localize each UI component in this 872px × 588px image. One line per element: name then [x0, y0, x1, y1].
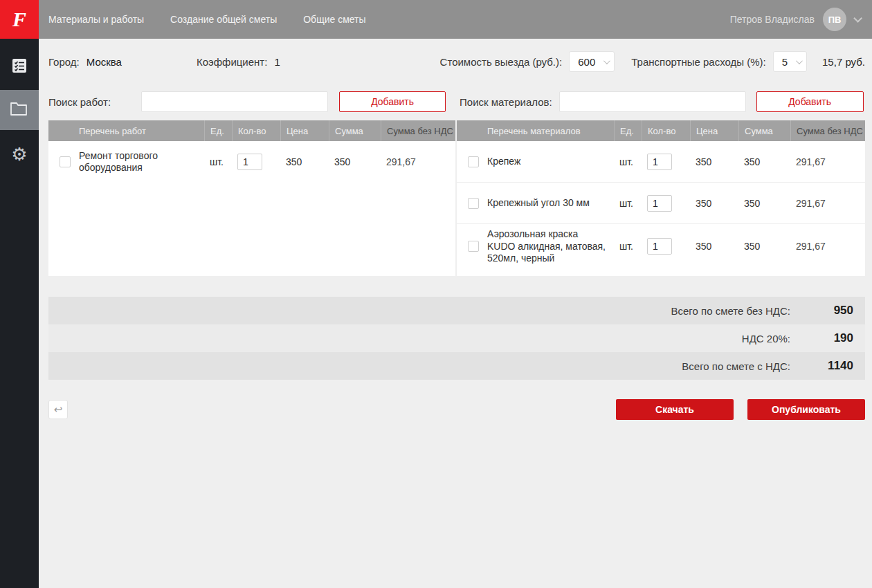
- chevron-down-icon: [796, 57, 803, 64]
- transport-select[interactable]: 5: [773, 51, 807, 72]
- logo-letter: F: [12, 8, 26, 31]
- material-unit: шт.: [614, 198, 642, 209]
- column-header: Ед.: [614, 120, 642, 141]
- checklist-icon: [10, 57, 28, 77]
- summary-label: Всего по смете с НДС:: [48, 360, 790, 372]
- material-price: 350: [690, 198, 738, 209]
- download-button[interactable]: Скачать: [616, 399, 734, 420]
- sidebar-item-projects[interactable]: [0, 90, 39, 130]
- materials-table-body: Крепеж шт. 350 350 291,67 Крепежный угол…: [457, 141, 865, 269]
- search-row: Поиск работ: Добавить Поиск материалов: …: [48, 91, 865, 112]
- params-row: Город: Москва Коэффициент: 1 Стоимость в…: [48, 51, 865, 72]
- summary-value: 1140: [790, 359, 865, 373]
- coefficient-value: 1: [274, 56, 280, 68]
- quantity-input[interactable]: [647, 195, 672, 212]
- column-header: Сумма без НДС: [790, 120, 865, 141]
- material-sum-no-vat: 291,67: [790, 198, 865, 209]
- table-row: Аэрозольная краска KUDO алкидная, матова…: [457, 224, 865, 269]
- transport-total: 15,7 руб.: [822, 56, 865, 68]
- material-price: 350: [690, 156, 738, 167]
- work-price: 350: [280, 156, 329, 167]
- column-header: Цена: [280, 120, 329, 141]
- material-sum: 350: [738, 241, 790, 252]
- summary-row: Всего по смете без НДС: 950: [48, 297, 865, 324]
- materials-add-button[interactable]: Добавить: [756, 91, 864, 112]
- row-checkbox[interactable]: [468, 241, 479, 252]
- coefficient-label: Коэффициент:: [197, 56, 267, 68]
- works-search-input[interactable]: [141, 91, 328, 112]
- material-name: Крепеж: [487, 156, 520, 168]
- materials-table: Перечень материалов Ед. Кол-во Цена Сумм…: [457, 120, 865, 276]
- visit-cost-value: 600: [578, 56, 595, 68]
- work-sum-no-vat: 291,67: [381, 156, 455, 167]
- works-table-body: Ремонт торгового оборудования шт. 350 35…: [48, 141, 455, 276]
- material-unit: шт.: [614, 156, 642, 167]
- gear-icon: ⚙: [11, 145, 27, 163]
- material-price: 350: [690, 241, 738, 252]
- nav-materials-and-works[interactable]: Материалы и работы: [48, 14, 144, 25]
- material-sum-no-vat: 291,67: [790, 241, 865, 252]
- user-name: Петров Владислав: [730, 14, 815, 25]
- chevron-down-icon[interactable]: [853, 14, 862, 23]
- undo-button[interactable]: ↩: [48, 400, 68, 419]
- tables-row: Перечень работ Ед. Кол-во Цена Сумма Сум…: [48, 120, 865, 276]
- main-area: Материалы и работы Создание общей сметы …: [39, 0, 872, 588]
- column-header: Сумма без НДС: [381, 120, 455, 141]
- row-checkbox[interactable]: [60, 156, 71, 167]
- column-header: Кол-во: [232, 120, 280, 141]
- transport-label: Транспортные расходы (%):: [631, 56, 765, 68]
- row-checkbox[interactable]: [468, 198, 479, 209]
- work-name: Ремонт торгового оборудования: [79, 150, 199, 174]
- column-header: Кол-во: [642, 120, 690, 141]
- table-row: Крепеж шт. 350 350 291,67: [457, 141, 865, 183]
- quantity-input[interactable]: [237, 154, 262, 170]
- material-sum: 350: [738, 156, 790, 167]
- row-checkbox[interactable]: [468, 156, 479, 167]
- column-header: Перечень материалов: [457, 120, 614, 141]
- summary-value: 950: [790, 304, 865, 318]
- footer-actions: ↩ Скачать Опубликовать: [48, 399, 865, 420]
- avatar[interactable]: ПВ: [823, 8, 846, 31]
- visit-cost-select[interactable]: 600: [569, 51, 615, 72]
- materials-table-header: Перечень материалов Ед. Кол-во Цена Сумм…: [457, 120, 865, 141]
- column-header: Цена: [690, 120, 738, 141]
- column-header: Сумма: [329, 120, 381, 141]
- sidebar-item-settings[interactable]: ⚙: [0, 134, 39, 174]
- summary-row: Всего по смете с НДС: 1140: [48, 352, 865, 380]
- material-name: Аэрозольная краска KUDO алкидная, матова…: [487, 228, 608, 265]
- summary-value: 190: [790, 331, 865, 345]
- app-logo[interactable]: F: [0, 0, 39, 39]
- publish-button[interactable]: Опубликовать: [747, 399, 865, 420]
- work-unit: шт.: [204, 156, 232, 167]
- sidebar-item-estimates[interactable]: [0, 47, 39, 87]
- column-header: Сумма: [738, 120, 790, 141]
- visit-cost-label: Стоимость выезда (руб.):: [440, 56, 563, 68]
- nav-create-estimate[interactable]: Создание общей сметы: [170, 14, 277, 25]
- city-label: Город:: [48, 56, 80, 68]
- city-value: Москва: [87, 56, 122, 68]
- work-sum: 350: [329, 156, 381, 167]
- works-add-button[interactable]: Добавить: [339, 91, 446, 112]
- works-table: Перечень работ Ед. Кол-во Цена Сумма Сум…: [48, 120, 455, 276]
- quantity-input[interactable]: [647, 238, 672, 255]
- material-unit: шт.: [614, 241, 642, 252]
- quantity-input[interactable]: [647, 154, 672, 170]
- works-search-label: Поиск работ:: [48, 96, 111, 108]
- transport-value: 5: [782, 56, 788, 68]
- topbar: Материалы и работы Создание общей сметы …: [39, 0, 872, 39]
- sidebar: F ⚙: [0, 0, 39, 588]
- column-header: Ед.: [204, 120, 232, 141]
- summary-label: НДС 20%:: [48, 333, 790, 344]
- summary: Всего по смете без НДС: 950 НДС 20%: 190…: [48, 297, 865, 380]
- chevron-down-icon: [603, 57, 610, 64]
- summary-row: НДС 20%: 190: [48, 324, 865, 352]
- content: Город: Москва Коэффициент: 1 Стоимость в…: [39, 39, 872, 588]
- materials-search-label: Поиск материалов:: [460, 96, 552, 108]
- nav-all-estimates[interactable]: Общие сметы: [303, 14, 365, 25]
- materials-search-input[interactable]: [559, 91, 746, 112]
- material-name: Крепежный угол 30 мм: [487, 197, 590, 210]
- table-row: Крепежный угол 30 мм шт. 350 350 291,67: [457, 183, 865, 224]
- column-header: Перечень работ: [48, 120, 204, 141]
- table-row: Ремонт торгового оборудования шт. 350 35…: [48, 141, 455, 183]
- undo-icon: ↩: [54, 403, 63, 416]
